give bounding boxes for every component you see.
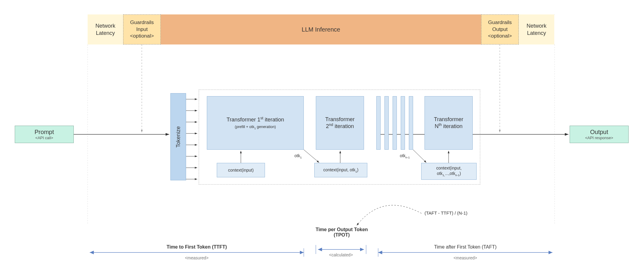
taft-label: Time after First Token (TAFT) [378,244,552,250]
transformer-iter-2: Transformer 2nd iteration [316,96,364,150]
context-1: context(input) [217,163,265,177]
context-2: context(input, otk1) [314,163,367,177]
otk1-label: otk1 [294,153,302,159]
ttft-measured: <measured> [90,255,304,260]
output-sub: <API response> [585,136,613,140]
stage-llm-inference: LLM Inference [161,14,481,44]
itern-line1: Transformer [434,116,463,123]
context-n: context(input, otk1,...,otkn-1) [421,163,477,180]
taft-measured: <measured> [378,255,552,260]
output-title: Output [590,129,608,136]
ellipsis-bar [393,96,397,150]
stage-network-latency-left: Network Latency [88,14,123,44]
context-2-text: context(input, otk1) [323,167,359,173]
ellipsis-bar [376,96,381,150]
stage-network-latency-right: Network Latency [519,14,554,44]
transformer-iter-n: Transformer Nth iteration [425,96,473,150]
tpot-calculated: <calculated> [316,252,366,257]
formula-text: (TAFT - TTFT) / (N-1) [425,210,467,216]
guardrails-output-label: Guardrails Output <optional> [488,19,512,40]
network-latency-left-label: Network Latency [95,22,115,37]
iter2-line2: 2nd iteration [326,123,354,130]
network-latency-right-label: Network Latency [527,22,546,37]
ellipsis-bar [401,96,405,150]
tokenize-label: Tokenize [175,126,182,147]
llm-inference-label: LLM Inference [302,26,340,33]
tpot-label: Time per Output Token (TPOT) [307,227,376,238]
output-box: Output <API response> [570,126,629,143]
iter1-line: Transformer 1st iteration [226,116,284,123]
prompt-box: Prompt <API call> [15,126,74,143]
context-n-line2: otk1,...,otkn-1) [437,171,461,177]
ttft-label: Time to First Token (TTFT) [90,244,304,250]
stage-guardrails-output: Guardrails Output <optional> [481,14,519,44]
stage-guardrails-input: Guardrails Input <optional> [123,14,161,44]
tokenize-box: Tokenize [170,93,186,180]
prompt-title: Prompt [35,129,54,136]
iter2-line1: Transformer [325,116,354,123]
guardrails-input-label: Guardrails Input <optional> [130,19,154,40]
otkn-label: otkn-1 [400,153,410,159]
context-n-line1: context(input, [436,166,462,171]
ellipsis-bar [384,96,389,150]
prompt-sub: <API call> [35,136,53,140]
transformer-iter-1: Transformer 1st iteration (prefill + otk… [207,96,304,150]
itern-line2: Nth iteration [435,123,463,130]
iter1-sub: (prefill + otk1 generation) [235,125,276,130]
ellipsis-bar [409,96,413,150]
